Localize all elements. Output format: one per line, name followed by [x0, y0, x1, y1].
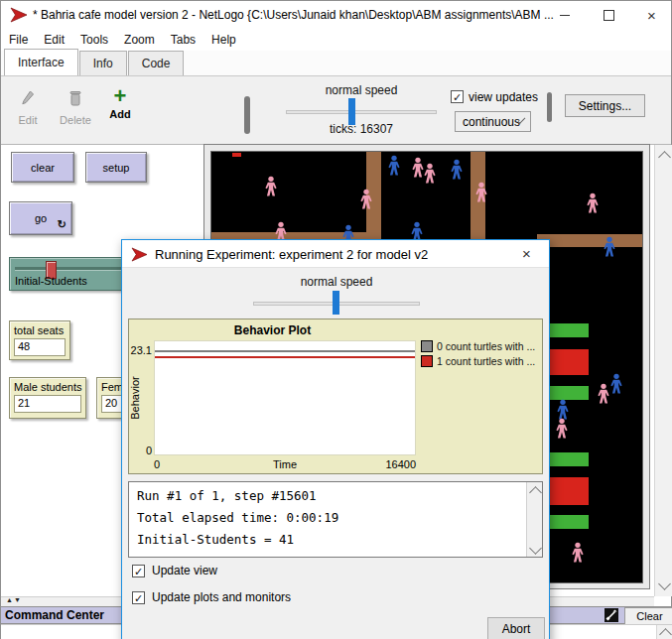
output-scrollbar[interactable] [526, 482, 542, 557]
dialog-titlebar: Running Experiment: experiment 2 for mod… [122, 240, 549, 268]
tabbar: InterfaceInfoCode [1, 51, 671, 76]
person-turtle-blue [450, 159, 464, 181]
y-axis-min: 0 [129, 445, 152, 456]
update-plots-and-monitors-checkbox[interactable]: ✓ Update plots and monitors [132, 590, 291, 604]
command-scroll-up-icon[interactable] [659, 628, 672, 639]
monitor-value: 21 [14, 395, 81, 413]
settings-button[interactable]: Settings... [565, 94, 645, 117]
monitor-label: Male students [14, 381, 81, 393]
view-updates-label: view updates [469, 90, 538, 104]
monitor-label: total seats [14, 324, 66, 336]
speed-slider-thumb[interactable] [348, 98, 355, 125]
update-mode-value: continuous [463, 115, 520, 129]
legend-label: 1 count turtles with ... [437, 355, 535, 367]
add-label: Add [97, 108, 143, 120]
menu-item-help[interactable]: Help [203, 33, 244, 47]
checkbox-icon[interactable]: ✓ [132, 591, 145, 604]
legend-item: 0 count turtles with ... [421, 340, 535, 352]
pencil-icon [20, 89, 36, 107]
person-turtle-pink [474, 182, 488, 203]
menubar: FileEditToolsZoomTabsHelp [1, 29, 671, 51]
go-label: go [35, 212, 47, 224]
resize-icon[interactable] [605, 608, 618, 622]
legend-item: 1 count turtles with ... [421, 355, 535, 367]
experiment-dialog: Running Experiment: experiment 2 for mod… [121, 239, 550, 639]
legend-swatch [421, 355, 433, 367]
maximize-button[interactable] [587, 1, 630, 29]
tab-interface[interactable]: Interface [4, 49, 78, 75]
tab-code[interactable]: Code [128, 51, 185, 75]
monitor-male-students: Male students 21 [9, 377, 86, 419]
close-icon: × [647, 8, 656, 23]
output-line: Total elapsed time: 0:00:19 [129, 507, 542, 529]
plot-area [154, 340, 416, 455]
command-clear-label: Clear [636, 610, 662, 622]
behavior-plot: Behavior Plot 23.1 0 Behavior 0 Time 164… [128, 319, 543, 474]
interface-scrollbar[interactable] [654, 145, 672, 596]
minimize-button[interactable] [543, 1, 587, 29]
clear-button[interactable]: clear [11, 152, 74, 183]
delete-button[interactable]: Delete [53, 89, 98, 126]
abort-label: Abort [502, 622, 531, 636]
netlogo-logo-icon [10, 7, 28, 23]
output-line: Run #1 of 1, step #15601 [129, 485, 542, 507]
dialog-logo-icon [131, 247, 148, 262]
command-clear-button[interactable]: Clear [624, 607, 672, 625]
tab-info[interactable]: Info [79, 51, 127, 75]
person-turtle-blue [387, 155, 401, 177]
y-axis-label: Behavior [129, 368, 141, 428]
person-turtle-blue [609, 373, 623, 395]
output-line: Initial-Students = 41 [129, 529, 542, 551]
menu-item-zoom[interactable]: Zoom [116, 33, 163, 47]
clear-label: clear [31, 162, 55, 174]
speed-label: normal speed [286, 83, 437, 97]
person-turtle-blue [603, 236, 616, 258]
run-output[interactable]: Run #1 of 1, step #15601Total elapsed ti… [128, 481, 543, 558]
toolbar-separator [244, 96, 250, 134]
output-scroll-up-icon[interactable] [529, 486, 542, 499]
monitor-total-seats: total seats 48 [9, 320, 70, 360]
update-view-checkbox[interactable]: ✓ Update view [132, 564, 217, 577]
update-mode-dropdown[interactable]: continuous [455, 111, 531, 132]
menu-item-file[interactable]: File [1, 33, 36, 47]
person-turtle-pink [586, 192, 600, 214]
settings-label: Settings... [579, 99, 631, 113]
scroll-down-icon[interactable] [658, 577, 671, 590]
checkbox-label: Update plots and monitors [152, 590, 291, 604]
splitter-arrows-icon[interactable]: ▲▼ [6, 596, 22, 603]
menu-item-edit[interactable]: Edit [36, 33, 72, 47]
person-turtle-pink [571, 542, 585, 564]
abort-button[interactable]: Abort [487, 617, 545, 639]
view-updates-checkbox[interactable]: ✓ [451, 90, 464, 103]
legend-swatch [421, 340, 433, 352]
go-button[interactable]: go↻ [9, 201, 72, 235]
ticks-counter: ticks: 16307 [286, 122, 437, 136]
forever-icon: ↻ [58, 219, 67, 229]
menu-item-tabs[interactable]: Tabs [163, 33, 203, 47]
setup-button[interactable]: setup [85, 152, 147, 183]
scroll-up-icon[interactable] [658, 151, 671, 164]
dialog-close-icon[interactable]: × [522, 245, 531, 262]
command-scrollbar[interactable] [656, 625, 672, 639]
slider-label: Initial-Students [15, 275, 87, 287]
command-center-title: Command Center [5, 608, 104, 622]
plot-series-red [155, 356, 415, 358]
netlogo-window: * Bahria cafe model version 2 - NetLogo … [0, 0, 672, 639]
plus-icon: + [97, 87, 143, 105]
output-scroll-down-icon[interactable] [529, 542, 542, 555]
close-button[interactable]: × [630, 1, 672, 29]
edit-button[interactable]: Edit [5, 89, 51, 126]
menu-item-tools[interactable]: Tools [72, 33, 116, 47]
speed-slider-track[interactable] [286, 110, 437, 114]
dialog-speed-slider-thumb[interactable] [333, 291, 339, 315]
window-titlebar: * Bahria cafe model version 2 - NetLogo … [1, 1, 671, 29]
add-button[interactable]: + Add [97, 87, 143, 120]
person-turtle-pink [555, 418, 569, 440]
toolbar-separator-2 [547, 92, 552, 122]
checkbox-icon[interactable]: ✓ [132, 565, 145, 577]
legend-label: 0 count turtles with ... [437, 340, 535, 352]
dialog-title: Running Experiment: experiment 2 for mod… [155, 247, 428, 262]
plot-title: Behavior Plot [129, 323, 416, 337]
wall [537, 234, 642, 247]
person-turtle-pink [597, 383, 610, 405]
